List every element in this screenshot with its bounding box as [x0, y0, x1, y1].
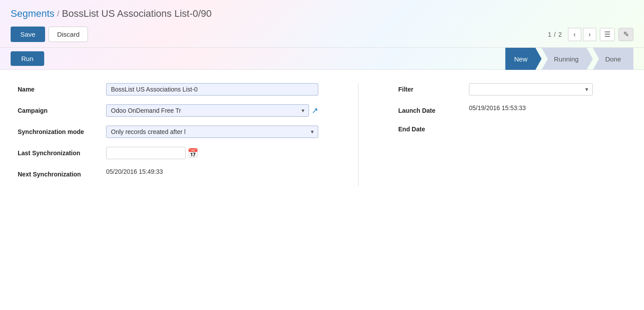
save-button[interactable]: Save: [11, 27, 45, 42]
last-sync-label: Last Synchronization: [18, 147, 106, 157]
prev-page-button[interactable]: ‹: [568, 28, 581, 41]
form-left: Name Campaign Odoo OnDemand Free Tr ↗: [18, 83, 318, 187]
last-sync-row: Last Synchronization 📅: [18, 147, 318, 159]
campaign-value: Odoo OnDemand Free Tr ↗: [106, 104, 318, 117]
last-sync-field: 📅: [106, 147, 318, 159]
pager-current: 1: [548, 31, 552, 38]
breadcrumb-separator: /: [57, 9, 59, 19]
sync-mode-value: Only records created after l: [106, 126, 318, 138]
header-section: Segments / BossList US Associations List…: [0, 0, 644, 48]
launch-date-row: Launch Date 05/19/2016 15:53:33: [398, 104, 626, 114]
stage-done-label: Done: [605, 55, 621, 63]
pager-separator: /: [554, 31, 556, 38]
campaign-label: Campaign: [18, 104, 106, 114]
filter-label: Filter: [398, 83, 469, 93]
filter-select[interactable]: [469, 83, 593, 96]
launch-date-value: 05/19/2016 15:53:33: [469, 104, 626, 111]
campaign-select[interactable]: Odoo OnDemand Free Tr: [106, 104, 309, 117]
form-right: Filter Launch Date 05/19/2016 15:53:33 E…: [398, 83, 626, 187]
breadcrumb-segments-link[interactable]: Segments: [11, 8, 54, 19]
filter-value: [469, 83, 626, 96]
stage-new[interactable]: New: [505, 48, 541, 70]
campaign-field-row: Odoo OnDemand Free Tr ↗: [106, 104, 318, 117]
list-view-button[interactable]: ☰: [600, 28, 615, 41]
last-sync-value: 📅: [106, 147, 318, 159]
toolbar-left: Save Discard: [11, 27, 88, 42]
stage-new-label: New: [514, 55, 527, 63]
toolbar: Save Discard 1 / 2 ‹ › ☰ ✎: [11, 27, 633, 47]
sync-mode-select[interactable]: Only records created after l: [106, 126, 318, 138]
campaign-row: Campaign Odoo OnDemand Free Tr ↗: [18, 104, 318, 117]
campaign-select-container: Odoo OnDemand Free Tr: [106, 104, 309, 117]
sync-mode-label: Synchronization mode: [18, 126, 106, 135]
toolbar-right: 1 / 2 ‹ › ☰ ✎: [548, 28, 633, 41]
stage-running[interactable]: Running: [541, 48, 593, 70]
form-section: Name Campaign Odoo OnDemand Free Tr ↗: [0, 70, 644, 200]
discard-button[interactable]: Discard: [49, 27, 88, 42]
edit-view-button[interactable]: ✎: [618, 28, 633, 41]
end-date-label: End Date: [398, 123, 469, 133]
launch-date-text: 05/19/2016 15:53:33: [469, 102, 526, 111]
status-bar: Run New Running Done: [0, 48, 644, 70]
next-page-button[interactable]: ›: [583, 28, 596, 41]
filter-select-container: [469, 83, 593, 96]
sync-mode-row: Synchronization mode Only records create…: [18, 126, 318, 138]
pager: 1 / 2: [548, 31, 564, 38]
name-input[interactable]: [106, 83, 318, 96]
external-link-icon[interactable]: ↗: [312, 106, 318, 115]
breadcrumb: Segments / BossList US Associations List…: [11, 8, 633, 19]
name-row: Name: [18, 83, 318, 96]
status-stages: New Running Done: [505, 48, 633, 69]
next-sync-label: Next Synchronization: [18, 168, 106, 178]
filter-row: Filter: [398, 83, 626, 96]
last-sync-input[interactable]: [106, 147, 186, 159]
calendar-icon[interactable]: 📅: [187, 148, 198, 158]
next-sync-row: Next Synchronization 05/20/2016 15:49:33: [18, 168, 318, 178]
breadcrumb-page-title: BossList US Associations List-0/90: [62, 8, 212, 19]
name-value: [106, 83, 318, 96]
stage-done[interactable]: Done: [593, 48, 633, 70]
launch-date-label: Launch Date: [398, 104, 469, 114]
end-date-row: End Date: [398, 123, 626, 133]
next-sync-date: 05/20/2016 15:49:33: [106, 168, 163, 175]
form-divider: [358, 83, 358, 187]
sync-mode-select-container: Only records created after l: [106, 126, 318, 138]
name-label: Name: [18, 83, 106, 93]
pager-total: 2: [558, 31, 562, 38]
run-button[interactable]: Run: [11, 51, 44, 66]
stage-running-label: Running: [554, 55, 579, 63]
next-sync-value: 05/20/2016 15:49:33: [106, 168, 318, 175]
